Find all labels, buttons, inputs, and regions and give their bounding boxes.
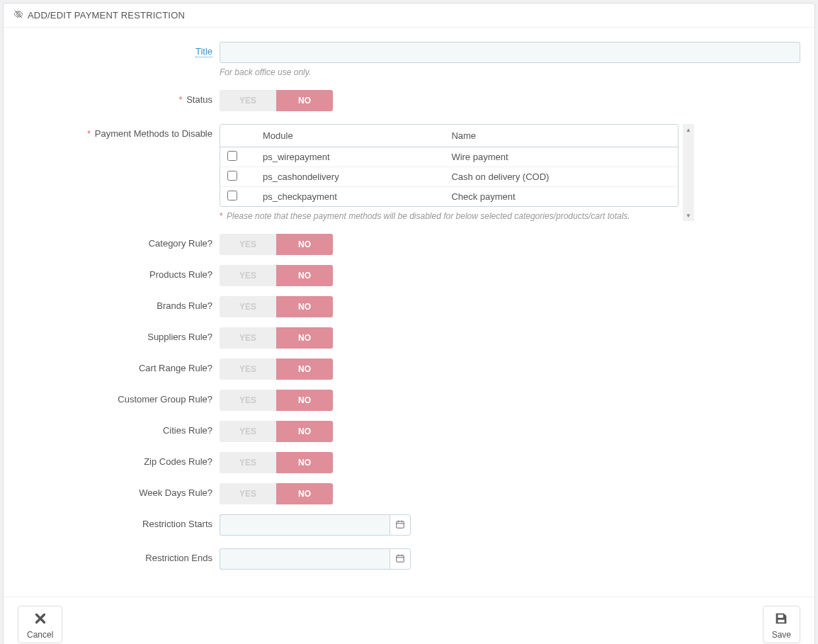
category-rule-toggle[interactable]: YESNO: [220, 234, 333, 255]
payment-methods-table: Module Name ps_wirepayment Wire payment: [220, 125, 678, 206]
zip-codes-rule-toggle[interactable]: YESNO: [220, 452, 333, 473]
row-zip-codes-rule: Zip Codes Rule? YESNO: [18, 452, 800, 473]
restriction-starts-calendar-button[interactable]: [390, 514, 411, 536]
save-button[interactable]: Save: [763, 606, 800, 643]
row-status: * Status YES NO: [18, 90, 800, 111]
suppliers-rule-toggle[interactable]: YESNO: [220, 327, 333, 349]
customer-group-rule-toggle[interactable]: YESNO: [220, 390, 333, 411]
row-cart-range-rule: Cart Range Rule? YESNO: [18, 358, 800, 380]
row-products-rule: Products Rule? YESNO: [18, 265, 800, 286]
restriction-starts-group: [220, 514, 411, 536]
payment-methods-label: Payment Methods to Disable: [95, 128, 212, 139]
svg-rect-1: [397, 521, 404, 527]
payment-methods-help: * Please note that these payment methods…: [220, 211, 678, 221]
row-checkbox[interactable]: [227, 191, 237, 200]
row-brands-rule: Brands Rule? YESNO: [18, 296, 800, 317]
brands-rule-toggle[interactable]: YESNO: [220, 296, 333, 317]
row-cities-rule: Cities Rule? YESNO: [18, 421, 800, 442]
row-week-days-rule: Week Days Rule? YESNO: [18, 483, 800, 504]
status-toggle[interactable]: YES NO: [220, 90, 333, 111]
cell-name: Cash on delivery (COD): [444, 167, 678, 187]
title-label: Title: [195, 46, 212, 57]
cell-module: ps_cashondelivery: [256, 167, 444, 187]
cancel-button[interactable]: Cancel: [18, 606, 62, 643]
row-payment-methods: * Payment Methods to Disable Module: [18, 124, 800, 221]
panel: ADD/EDIT PAYMENT RESTRICTION Title For b…: [3, 3, 815, 644]
scroll-down-icon[interactable]: ▼: [683, 210, 694, 221]
panel-header: ADD/EDIT PAYMENT RESTRICTION: [4, 4, 814, 28]
toggle-yes[interactable]: YES: [220, 90, 276, 111]
panel-footer: Cancel Save: [4, 597, 814, 644]
table-row: ps_cashondelivery Cash on delivery (COD): [220, 167, 678, 187]
cities-rule-toggle[interactable]: YESNO: [220, 421, 333, 442]
eye-slash-icon: [13, 9, 23, 21]
table-row: ps_checkpayment Check payment: [220, 187, 678, 207]
cell-module: ps_checkpayment: [256, 187, 444, 207]
calendar-icon: [395, 519, 405, 531]
row-customer-group-rule: Customer Group Rule? YESNO: [18, 390, 800, 411]
cell-name: Wire payment: [444, 147, 678, 167]
panel-body: Title For back office use only. * Status…: [4, 28, 814, 597]
toggle-no[interactable]: NO: [276, 90, 333, 111]
table-row: ps_wirepayment Wire payment: [220, 147, 678, 167]
restriction-ends-input[interactable]: [220, 548, 390, 570]
save-icon: [773, 611, 789, 628]
status-label: Status: [186, 94, 212, 105]
th-module: Module: [256, 125, 444, 147]
restriction-ends-calendar-button[interactable]: [390, 548, 411, 570]
row-restriction-ends: Restriction Ends: [18, 548, 800, 570]
close-icon: [33, 611, 48, 628]
title-help: For back office use only.: [220, 67, 800, 77]
row-category-rule: Category Rule? YESNO: [18, 234, 800, 255]
th-name: Name: [444, 125, 678, 147]
restriction-ends-group: [220, 548, 411, 570]
row-restriction-starts: Restriction Starts: [18, 514, 800, 536]
title-input[interactable]: [220, 42, 800, 63]
row-title: Title For back office use only.: [18, 42, 800, 77]
products-rule-toggle[interactable]: YESNO: [220, 265, 333, 286]
payment-methods-table-wrap: Module Name ps_wirepayment Wire payment: [220, 124, 678, 207]
scrollbar[interactable]: ▲ ▼: [683, 124, 694, 221]
svg-rect-5: [397, 555, 404, 561]
scroll-up-icon[interactable]: ▲: [683, 124, 694, 135]
row-checkbox[interactable]: [227, 171, 237, 181]
week-days-rule-toggle[interactable]: YESNO: [220, 483, 333, 504]
row-checkbox[interactable]: [227, 151, 237, 161]
row-suppliers-rule: Suppliers Rule? YESNO: [18, 327, 800, 349]
calendar-icon: [395, 553, 405, 565]
cell-module: ps_wirepayment: [256, 147, 444, 167]
panel-title: ADD/EDIT PAYMENT RESTRICTION: [28, 10, 185, 21]
cart-range-rule-toggle[interactable]: YESNO: [220, 358, 333, 380]
restriction-starts-input[interactable]: [220, 514, 390, 536]
cell-name: Check payment: [444, 187, 678, 207]
